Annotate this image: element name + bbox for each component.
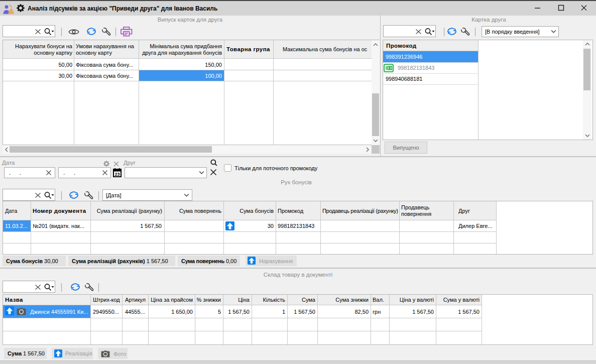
- svg-text:23: 23: [114, 172, 120, 177]
